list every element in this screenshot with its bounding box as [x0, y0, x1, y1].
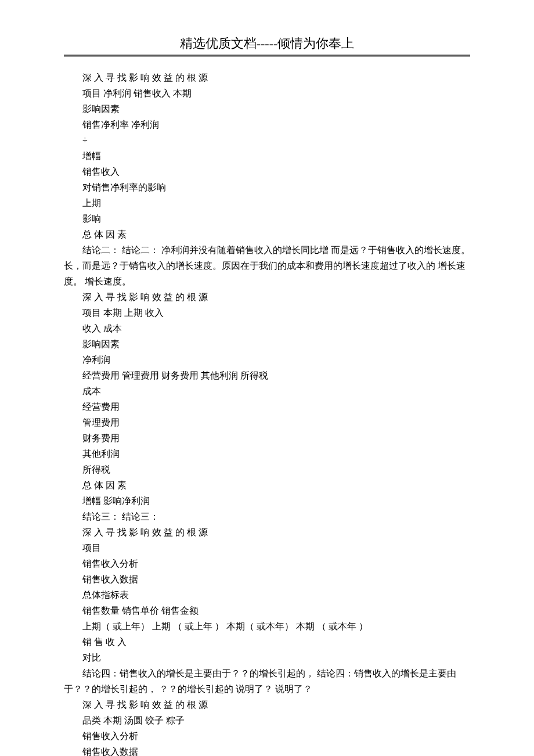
body-line: 所得税 — [64, 462, 470, 477]
body-line: 管理费用 — [64, 415, 470, 430]
conclusion-4-text: 结论四：销售收入的增长是主要由于？？的增长引起的， 结论四：销售收入的增长是主要… — [64, 668, 456, 694]
body-line: 销售收入分析 — [64, 728, 470, 744]
body-line: 项目 — [64, 540, 470, 556]
body-line: 总 体 因 素 — [64, 477, 470, 493]
body-line: 总 体 因 素 — [64, 226, 470, 242]
body-line: 其他利润 — [64, 446, 470, 462]
header-rule-top — [64, 55, 470, 56]
body-line: 总体指标表 — [64, 587, 470, 603]
body-line: 销售收入分析 — [64, 556, 470, 571]
body-line: ÷ — [64, 132, 470, 148]
header-rule-bottom — [64, 56, 470, 57]
page-header: 精选优质文档-----倾情为你奉上 — [64, 35, 470, 52]
body-line: 影响因素 — [64, 336, 470, 352]
body-line: 增幅 — [64, 148, 470, 164]
body-line: 品类 本期 汤圆 饺子 粽子 — [64, 712, 470, 728]
document-page: 精选优质文档-----倾情为你奉上 深 入 寻 找 影 响 效 益 的 根 源 … — [0, 0, 534, 756]
body-line: 销售收入 — [64, 164, 470, 179]
body-line: 项目 本期 上期 收入 — [64, 305, 470, 321]
body-line: 财务费用 — [64, 430, 470, 446]
body-line: 成本 — [64, 383, 470, 399]
body-line: 深 入 寻 找 影 响 效 益 的 根 源 — [64, 524, 470, 540]
body-line: 销售净利率 净利润 — [64, 117, 470, 132]
body-line: 上期（ 或上年） 上期 （ 或上年 ） 本期（ 或本年） 本期 （ 或本年 ） — [64, 618, 470, 634]
body-line: 结论三： 结论三： — [64, 509, 470, 524]
body-line: 影响因素 — [64, 101, 470, 117]
body-line: 经营费用 管理费用 财务费用 其他利润 所得税 — [64, 368, 470, 383]
conclusion-4: 结论四：销售收入的增长是主要由于？？的增长引起的， 结论四：销售收入的增长是主要… — [64, 665, 470, 697]
body-line: 对销售净利率的影响 — [64, 179, 470, 195]
body-line: 深 入 寻 找 影 响 效 益 的 根 源 — [64, 289, 470, 305]
body-line: 销售收入数据 — [64, 744, 470, 756]
body-line: 对比 — [64, 650, 470, 665]
body-line: 销售数量 销售单价 销售金额 — [64, 603, 470, 618]
body-line: 深 入 寻 找 影 响 效 益 的 根 源 — [64, 70, 470, 85]
body-line: 经营费用 — [64, 399, 470, 415]
body-line: 增幅 影响净利润 — [64, 493, 470, 509]
body-line: 上期 — [64, 195, 470, 211]
body-line: 收入 成本 — [64, 321, 470, 336]
body-line: 影响 — [64, 211, 470, 226]
body-line: 销 售 收 入 — [64, 634, 470, 650]
conclusion-2-text: 结论二： 结论二： 净利润并没有随着销售收入的增长同比增 而是远？于销售收入的增… — [64, 245, 470, 286]
conclusion-2: 结论二： 结论二： 净利润并没有随着销售收入的增长同比增 而是远？于销售收入的增… — [64, 242, 470, 289]
body-line: 净利润 — [64, 352, 470, 368]
body-line: 销售收入数据 — [64, 571, 470, 587]
document-body: 深 入 寻 找 影 响 效 益 的 根 源 项目 净利润 销售收入 本期 影响因… — [64, 70, 470, 756]
body-line: 深 入 寻 找 影 响 效 益 的 根 源 — [64, 697, 470, 712]
body-line: 项目 净利润 销售收入 本期 — [64, 85, 470, 101]
